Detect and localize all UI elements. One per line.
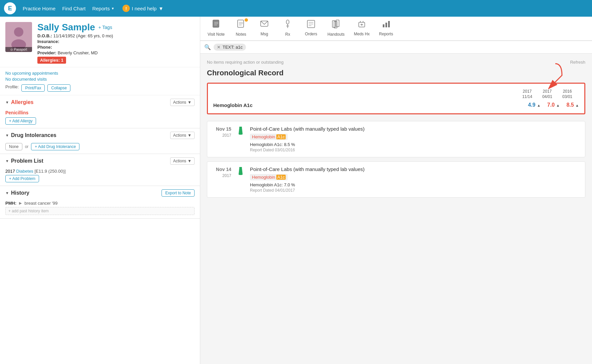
content-area: No items requiring action or outstanding… (200, 54, 592, 364)
record-date-0: 2017 11/14 (522, 89, 532, 99)
nav-practice-home[interactable]: Practice Home (23, 6, 55, 11)
drug-intolerances-section: ▼ Drug Intolerances Actions ▼ None or + … (0, 128, 200, 154)
notes-badge (245, 18, 248, 22)
timeline-date-1: Nov 14 2017 (213, 166, 231, 178)
search-icon: 🔍 (204, 44, 211, 50)
collapse-button[interactable]: Collapse (47, 84, 70, 92)
patient-avatar: ⊙ Passport (5, 22, 32, 52)
history-section: ▼ History Export to Note PMH: ▶ breast c… (0, 186, 200, 219)
patient-info: Sally Sample + Tags D.O.B.: 11/14/1952 (… (37, 22, 195, 64)
toolbar-msg[interactable]: Msg (253, 17, 276, 40)
problem-collapse[interactable]: ▼ (5, 159, 9, 163)
allergies-content: Penicillins + Add Allergy (0, 109, 200, 128)
orders-icon (307, 20, 315, 30)
notes-label: Notes (236, 32, 246, 37)
flask-icon-1 (235, 166, 246, 177)
add-allergy-button[interactable]: + Add Allergy (5, 117, 36, 125)
toolbar-handouts[interactable]: Handouts (323, 17, 349, 40)
add-drug-button[interactable]: + Add Drug Intolerance (31, 143, 79, 150)
svg-rect-31 (239, 127, 242, 128)
drug-collapse[interactable]: ▼ (5, 133, 9, 137)
problem-actions-button[interactable]: Actions ▼ (170, 157, 195, 165)
timeline-entry-0: Nov 15 2017 Point-of-Care Labs (with man… (207, 121, 585, 157)
history-content: PMH: ▶ breast cancer '99 + add past hist… (0, 199, 200, 218)
allergies-actions-arrow: ▼ (188, 100, 192, 105)
svg-rect-32 (239, 167, 242, 168)
visit-note-icon (212, 19, 221, 31)
search-bar: 🔍 ✕ TEXT: a1c (200, 41, 592, 54)
svg-point-0 (14, 27, 23, 37)
nav-find-chart[interactable]: Find Chart (62, 6, 85, 11)
nav-logo[interactable]: E (4, 2, 16, 14)
drug-actions-arrow: ▼ (188, 133, 192, 138)
toolbar: Visit Note Notes (200, 17, 592, 41)
handouts-label: Handouts (327, 32, 344, 37)
timeline-title-1: Point-of-Care Labs (with manually typed … (250, 166, 580, 172)
right-panel: Visit Note Notes (200, 17, 592, 364)
no-appointments[interactable]: No upcoming appointments (5, 71, 195, 76)
passport-badge: ⊙ Passport (5, 47, 32, 52)
patient-name-row: Sally Sample + Tags (37, 22, 195, 33)
no-action-bar: No items requiring action or outstanding… (207, 58, 585, 69)
history-header: ▼ History Export to Note (0, 186, 200, 199)
history-collapse[interactable]: ▼ (5, 191, 9, 195)
msg-icon (260, 20, 269, 30)
timeline-tag-0: Hemoglobin A1c (250, 134, 288, 140)
help-arrow: ▼ (159, 6, 164, 11)
left-panel: ⊙ Passport Sally Sample + Tags D.O.B.: 1… (0, 17, 200, 364)
export-to-note-button[interactable]: Export to Note (162, 189, 195, 197)
problem-link[interactable]: Diabetes (16, 169, 33, 174)
toolbar-reports[interactable]: Reports (374, 17, 398, 40)
toolbar-orders[interactable]: Orders (299, 17, 323, 40)
patient-provider: Provider: Beverly Crusher, MD (37, 50, 195, 55)
rx-label: Rx (285, 32, 290, 37)
section-heading: Chronological Record (207, 69, 585, 77)
patient-quick: No upcoming appointments No documented v… (0, 67, 200, 95)
problem-code: [E11.9 (250.00)] (34, 169, 65, 174)
timeline-sub-1: Report Dated 04/01/2017 (250, 188, 580, 193)
add-history-input[interactable]: + add past history item (5, 207, 195, 215)
nav-reports-dropdown[interactable]: Reports ▼ (92, 6, 114, 11)
flask-icon-0 (235, 126, 246, 137)
record-val-icon-2: ▲ (575, 103, 579, 107)
search-clear[interactable]: ✕ (217, 45, 221, 50)
drug-intolerances-title: ▼ Drug Intolerances (5, 132, 56, 138)
toolbar-rx[interactable]: Rx (276, 17, 299, 40)
no-visits[interactable]: No documented visits (5, 77, 195, 82)
main-container: ⊙ Passport Sally Sample + Tags D.O.B.: 1… (0, 17, 592, 364)
svg-rect-27 (383, 24, 384, 27)
allergies-badge[interactable]: Allergies: 1 (37, 57, 66, 64)
record-val-icon-1: ▲ (556, 103, 560, 107)
search-tag-text: TEXT: a1c (223, 45, 243, 50)
tags-link[interactable]: + Tags (98, 25, 112, 30)
toolbar-notes[interactable]: Notes (229, 17, 253, 40)
patient-header: ⊙ Passport Sally Sample + Tags D.O.B.: 1… (0, 17, 200, 67)
nav-help[interactable]: ! I need help ▼ (122, 5, 164, 12)
toolbar-visit-note[interactable]: Visit Note (203, 17, 229, 40)
toolbar-meds-hx[interactable]: Meds Hx (349, 17, 374, 40)
print-fax-button[interactable]: Print/Fax (21, 84, 45, 92)
drug-actions-button[interactable]: Actions ▼ (170, 132, 195, 139)
problem-actions-arrow: ▼ (188, 159, 192, 163)
record-date-1: 2017 04/01 (542, 89, 552, 99)
record-val-2: 8.5 ▲ (566, 102, 579, 108)
timeline-body-0: Point-of-Care Labs (with manually typed … (250, 126, 580, 152)
drug-intol-row: None or + Add Drug Intolerance (5, 143, 195, 150)
add-problem-button[interactable]: + Add Problem (5, 175, 39, 182)
allergies-actions-button[interactable]: Actions ▼ (170, 99, 195, 106)
timeline-body-1: Point-of-Care Labs (with manually typed … (250, 166, 580, 193)
meds-hx-label: Meds Hx (354, 32, 370, 36)
msg-label: Msg (261, 32, 268, 36)
allergies-collapse[interactable]: ▼ (5, 100, 9, 104)
or-text: or (25, 144, 29, 149)
refresh-link[interactable]: Refresh (570, 60, 585, 65)
record-values: 4.9 ▲ 7.0 ▲ 8.5 ▲ (528, 102, 579, 108)
pmh-row: PMH: ▶ breast cancer '99 (5, 201, 195, 206)
record-val-1: 7.0 ▲ (547, 102, 560, 108)
allergies-title: ▼ Allergies (5, 99, 33, 105)
patient-insurance: Insurance: (37, 39, 195, 44)
timeline-detail-1: Hemoglobin A1c: 7.0 % (250, 182, 580, 187)
svg-rect-29 (388, 21, 390, 27)
drug-content: None or + Add Drug Intolerance (0, 142, 200, 154)
none-button[interactable]: None (5, 143, 22, 150)
